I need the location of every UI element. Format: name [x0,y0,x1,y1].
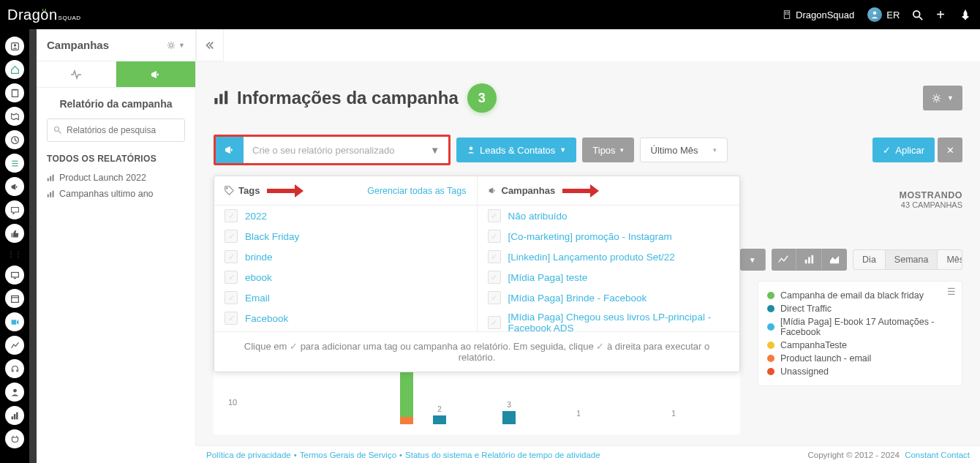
rail-drag-handle[interactable]: ⋮⋮ [7,250,22,258]
rail-calendar-icon[interactable] [5,289,24,308]
rail-monitor-icon[interactable] [5,266,24,285]
campaign-link[interactable]: Não atribuído [508,211,568,222]
rail-list-icon[interactable] [5,154,24,173]
checkbox[interactable]: ✓ [225,271,238,284]
campaign-link[interactable]: [Mídia Paga] Chegou seus livros LP-princ… [508,312,730,331]
legend-menu-icon[interactable]: ☰ [947,286,956,297]
rail-chat-icon[interactable] [5,200,24,219]
report-link-0[interactable]: Product Launch 2022 [37,170,195,186]
rail-clipboard-icon[interactable] [5,83,24,102]
tag-item[interactable]: ✓2022 [214,206,477,226]
main-content: Informações da campanha 3 ▼ Crie o seu r… [196,61,980,445]
org-switcher[interactable]: DragonSquad [783,10,854,20]
plus-icon[interactable]: + [936,7,945,23]
svg-rect-31 [48,195,49,197]
checkbox[interactable]: ✓ [225,312,238,325]
period-day[interactable]: Dia [853,250,886,269]
campaign-link[interactable]: [Linkedin] Lançamento produto Set/22 [508,252,675,263]
tag-link[interactable]: ebook [245,272,272,283]
checkbox[interactable]: ✓ [225,230,238,243]
tag-item[interactable]: ✓Fornecedor [214,328,477,331]
checkbox[interactable]: ✓ [488,209,501,222]
rail-bars-icon[interactable] [5,406,24,425]
chart-type-line[interactable] [772,249,797,271]
rail-video-icon[interactable] [5,312,24,331]
types-button[interactable]: Tipos ▾ [582,138,633,162]
rail-map-icon[interactable] [5,107,24,126]
tag-item[interactable]: ✓ebook [214,267,477,287]
rail-user-icon[interactable] [5,383,24,402]
period-week[interactable]: Semana [886,250,938,269]
campaign-item[interactable]: ✓[Mídia Paga] Brinde - Facebook [478,287,740,308]
report-search-input[interactable] [67,125,178,135]
checkbox[interactable]: ✓ [488,316,501,329]
tag-item[interactable]: ✓Email [214,287,477,308]
tag-link[interactable]: Facebook [245,313,288,324]
report-search[interactable] [47,118,185,142]
tag-item[interactable]: ✓Facebook [214,308,477,328]
rail-thumb-icon[interactable] [5,224,24,243]
tag-item[interactable]: ✓brinde [214,246,477,267]
check-icon: ✓ [883,145,891,156]
campaign-link[interactable]: [Mídia Paga] Brinde - Facebook [508,293,647,304]
footer-privacy-link[interactable]: Política de privacidade [206,451,291,459]
collapse-sidebar-button[interactable] [196,29,224,61]
legend-item[interactable]: [Mídia Paga] E-book 17 Automações - Face… [767,315,953,339]
report-link-1[interactable]: Campanhas ultimo ano [37,186,195,202]
campaign-link[interactable]: [Mídia Paga] teste [508,272,588,283]
custom-report-dropdown[interactable]: Crie o seu relatório personalizado ▼ [214,135,451,165]
checkbox[interactable]: ✓ [488,250,501,263]
rail-clock-icon[interactable] [5,130,24,149]
rail-bullhorn-icon[interactable] [5,177,24,196]
legend-item[interactable]: Product launch - email [767,352,953,365]
tab-analytics[interactable] [37,61,116,88]
campaigns-list[interactable]: ✓Não atribuído✓[Co-marketing] promoção -… [478,206,740,331]
clear-button[interactable]: ✕ [938,138,962,162]
legend-item[interactable]: Direct Traffic [767,302,953,315]
tag-link[interactable]: Email [245,293,270,304]
legend-item[interactable]: CampanhaTeste [767,339,953,352]
chart-type-bar[interactable] [796,249,822,271]
campaign-item[interactable]: ✓Não atribuído [478,206,740,226]
checkbox[interactable]: ✓ [488,291,501,304]
footer-brand-link[interactable]: Constant Contact [905,451,970,459]
chart-type-area[interactable] [822,249,847,271]
page-settings-button[interactable]: ▼ [923,86,962,110]
legend-item[interactable]: Campanha de email da black friday [767,289,953,302]
sidebar-gear-button[interactable]: ▼ [167,41,185,50]
checkbox[interactable]: ✓ [488,230,501,243]
user-menu[interactable]: ER [867,7,900,22]
campaign-item[interactable]: ✓[Linkedin] Lançamento produto Set/22 [478,246,740,267]
apply-button[interactable]: ✓ Aplicar [872,138,935,162]
tag-link[interactable]: Black Friday [245,231,299,242]
leads-contacts-button[interactable]: Leads & Contatos ▼ [456,138,576,162]
logo[interactable]: Dragon SQUAD [7,7,81,23]
rail-chart-icon[interactable] [5,336,24,355]
period-dropdown[interactable]: Último Mês ▾ [640,138,728,162]
footer-terms-link[interactable]: Termos Gerais de Serviço [300,451,396,459]
period-month[interactable]: Mês [938,250,962,269]
checkbox[interactable]: ✓ [225,209,238,222]
campaign-item[interactable]: ✓[Co-marketing] promoção - Instagram [478,226,740,246]
search-icon[interactable] [913,9,923,20]
rocket-icon[interactable] [958,7,973,22]
checkbox[interactable]: ✓ [225,250,238,263]
campaign-item[interactable]: ✓[Mídia Paga] Chegou seus livros LP-prin… [478,308,740,331]
tab-campaigns[interactable] [116,61,195,88]
checkbox[interactable]: ✓ [488,271,501,284]
rail-plug-icon[interactable] [5,429,24,448]
tag-item[interactable]: ✓Black Friday [214,226,477,246]
tag-link[interactable]: brinde [245,252,273,263]
rail-headset-icon[interactable] [5,359,24,378]
campaign-link[interactable]: [Co-marketing] promoção - Instagram [508,231,672,242]
rail-contacts-icon[interactable] [5,37,24,56]
legend-item[interactable]: Unassigned [767,365,953,378]
tags-list[interactable]: ✓2022✓Black Friday✓brinde✓ebook✓Email✓Fa… [214,206,477,331]
manage-tags-link[interactable]: Gerenciar todas as Tags [367,186,466,196]
campaign-item[interactable]: ✓[Mídia Paga] teste [478,267,740,287]
footer-status-link[interactable]: Status do sistema e Relatório de tempo d… [405,451,600,459]
rail-home-icon[interactable] [5,60,24,79]
chart-dropdown-button[interactable]: ▼ [740,249,766,271]
tag-link[interactable]: 2022 [245,211,267,222]
checkbox[interactable]: ✓ [225,291,238,304]
